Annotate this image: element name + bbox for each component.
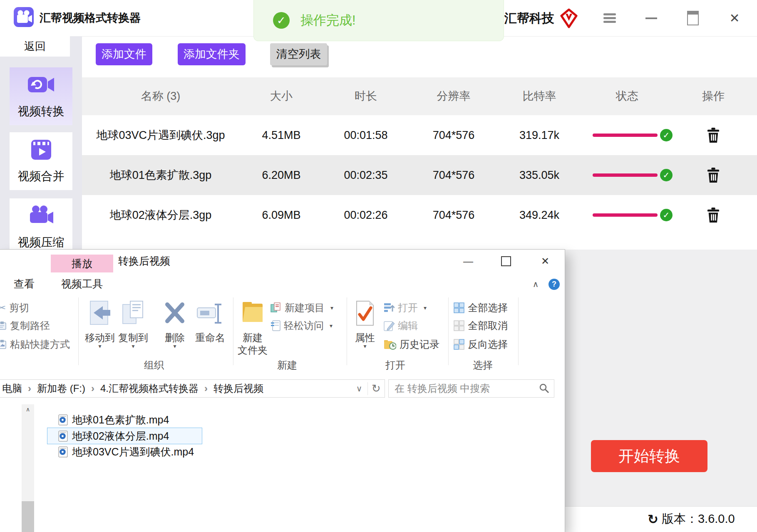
explorer-close-button[interactable]: ✕ [536, 253, 554, 270]
cut-button[interactable]: ✂ 剪切 [0, 302, 29, 314]
explorer-ribbon: ✂ 剪切 复制路径 粘贴快捷方式 [0, 295, 565, 375]
media-file-icon [58, 414, 68, 426]
address-box[interactable]: 电脑 › 新加卷 (F:) › 4.汇帮视频格式转换器 › 转换后视频 ∨ ↻ [0, 379, 385, 398]
move-to-icon [88, 300, 112, 328]
explorer-tab-play[interactable]: 播放 [51, 255, 113, 272]
col-bitrate: 比特率 [523, 77, 556, 115]
table-row[interactable]: 地球03VC片遇到碘伏.3gp 4.51MB 00:01:58 704*576 … [82, 115, 757, 155]
sidebar-item-video-merge[interactable]: 视频合并 [10, 132, 72, 190]
collapse-ribbon-icon[interactable]: ∧ [529, 278, 542, 290]
edit-icon [384, 320, 395, 331]
delete-row-button[interactable] [707, 208, 720, 224]
breadcrumb-item[interactable]: 电脑 [2, 382, 22, 395]
close-button[interactable]: ✕ [723, 0, 746, 36]
breadcrumb-item[interactable]: 转换后视频 [213, 382, 263, 395]
search-icon [539, 383, 550, 396]
new-item-icon [271, 302, 281, 313]
search-box[interactable] [388, 379, 554, 398]
version-text: 版本：3.6.0.0 [662, 511, 735, 527]
done-check-icon: ✓ [660, 209, 673, 221]
rename-button[interactable]: 重命名 [190, 298, 230, 360]
explorer-ribbon-tabs: 查看 视频工具 [0, 272, 565, 296]
new-folder-icon [241, 299, 264, 326]
scrollbar[interactable]: ∧ [22, 404, 34, 532]
table-row[interactable]: 地球02液体分层.3gp 6.09MB 00:02:26 704*576 349… [82, 195, 757, 235]
minimize-icon [645, 17, 657, 19]
explorer-minimize-button[interactable]: — [459, 253, 477, 270]
video-merge-icon [30, 139, 53, 162]
refresh-version-icon[interactable]: ↻ [648, 512, 658, 527]
sidebar-item-label: 视频合并 [10, 168, 72, 184]
breadcrumb: 电脑 › 新加卷 (F:) › 4.汇帮视频格式转换器 › 转换后视频 [0, 382, 351, 395]
explorer-address-bar: 电脑 › 新加卷 (F:) › 4.汇帮视频格式转换器 › 转换后视频 ∨ ↻ [0, 374, 565, 401]
invert-selection-icon [454, 339, 464, 350]
new-folder-button[interactable]: 新建 文件夹 [233, 298, 273, 360]
delete-row-button[interactable] [707, 168, 720, 184]
explorer-maximize-button[interactable] [497, 253, 515, 270]
new-item-button[interactable]: 新建项目 ▾ [271, 302, 333, 314]
invert-selection-button[interactable]: 反向选择 [454, 339, 508, 350]
scissors-icon: ✂ [0, 302, 6, 314]
properties-button[interactable]: 属性 ▾ [345, 298, 385, 360]
select-all-icon [454, 302, 464, 313]
chevron-right-icon: › [204, 383, 208, 394]
group-divider [448, 297, 449, 365]
success-check-icon: ✓ [273, 12, 290, 29]
minimize-button[interactable] [640, 0, 663, 36]
add-folder-button[interactable]: 添加文件夹 [178, 43, 246, 65]
cell-name: 地球02液体分层.3gp [110, 195, 212, 235]
sidebar-item-video-convert[interactable]: 视频转换 [10, 67, 72, 125]
done-check-icon: ✓ [660, 169, 673, 181]
file-item-selected[interactable]: 地球02液体分层.mp4 [47, 428, 202, 444]
start-convert-button[interactable]: 开始转换 [591, 440, 707, 472]
group-label-open: 打开 [385, 359, 405, 372]
back-button[interactable]: 返回 [0, 36, 70, 57]
delete-button[interactable]: 删除 ▾ [155, 298, 195, 360]
scroll-up-icon[interactable]: ∧ [22, 404, 34, 414]
clear-list-button[interactable]: 清空列表 [270, 43, 327, 65]
table-row[interactable]: 地球01色素扩散.3gp 6.20MB 00:02:35 704*576 335… [82, 155, 757, 195]
copy-path-button[interactable]: 复制路径 [0, 320, 50, 332]
copy-to-icon [121, 300, 145, 328]
chevron-right-icon: › [28, 383, 31, 394]
progress-bar [593, 173, 658, 177]
delete-row-button[interactable] [707, 128, 720, 144]
address-dropdown-icon[interactable]: ∨ [351, 384, 367, 393]
dropdown-icon: ▾ [330, 304, 333, 311]
explorer-tab-view[interactable]: 查看 [7, 272, 41, 295]
film-camera-icon [14, 7, 34, 27]
refresh-icon[interactable]: ↻ [367, 382, 385, 395]
col-size: 大小 [270, 77, 293, 115]
open-button[interactable]: 打开 ▾ [384, 302, 427, 314]
group-label-organize: 组织 [144, 359, 164, 372]
dropdown-icon: ▾ [132, 343, 134, 349]
col-name: 名称 (3) [141, 77, 181, 115]
search-input[interactable] [394, 380, 533, 397]
brand-logo-icon [560, 8, 578, 30]
maximize-button[interactable] [682, 0, 704, 36]
sidebar-item-video-compress[interactable]: 视频压缩 [10, 198, 72, 256]
file-item[interactable]: 地球03VC片遇到碘伏.mp4 [47, 444, 201, 460]
menu-button[interactable] [598, 0, 621, 36]
breadcrumb-item[interactable]: 新加卷 (F:) [37, 382, 85, 395]
toast-success: ✓ 操作完成! [253, 0, 504, 41]
add-file-button[interactable]: 添加文件 [96, 43, 152, 65]
table-header: 名称 (3) 大小 时长 分辨率 比特率 状态 操作 [82, 77, 757, 115]
file-name: 地球01色素扩散.mp4 [72, 413, 169, 427]
copy-to-button[interactable]: 复制到 ▾ [113, 298, 153, 360]
file-item[interactable]: 地球01色素扩散.mp4 [47, 412, 201, 428]
file-name: 地球02液体分层.mp4 [72, 429, 169, 443]
select-none-button[interactable]: 全部取消 [454, 320, 508, 332]
select-all-button[interactable]: 全部选择 [454, 302, 508, 314]
dropdown-icon: ▾ [98, 343, 101, 349]
easy-access-button[interactable]: 轻松访问 ▾ [271, 320, 333, 332]
explorer-tab-video-tools[interactable]: 视频工具 [51, 272, 113, 295]
history-button[interactable]: 历史记录 [384, 339, 439, 350]
breadcrumb-item[interactable]: 4.汇帮视频格式转换器 [100, 382, 199, 395]
edit-button[interactable]: 编辑 [384, 320, 418, 332]
cell-bitrate: 349.24k [519, 195, 559, 235]
help-icon[interactable]: ? [549, 279, 560, 290]
scrollbar-thumb[interactable] [22, 501, 34, 532]
trash-icon [707, 128, 720, 143]
paste-shortcut-button[interactable]: 粘贴快捷方式 [0, 339, 70, 350]
